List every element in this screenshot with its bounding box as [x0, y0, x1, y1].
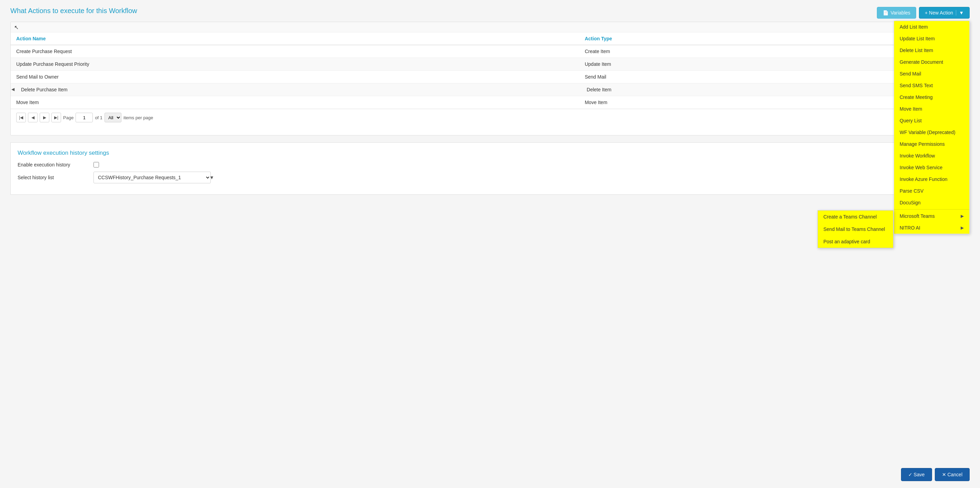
per-page-label: items per page: [124, 115, 153, 120]
menu-item-delete-list-item[interactable]: Delete List Item: [894, 44, 969, 56]
cell-action-name: Send Mail to Owner: [16, 74, 585, 79]
menu-item-send-sms-text[interactable]: Send SMS Text: [894, 79, 969, 91]
history-section-title: Workflow execution history settings: [18, 150, 963, 157]
menu-item-create-meeting[interactable]: Create Meeting: [894, 91, 969, 103]
drag-drop-note: Note: You can drag-drop actions: [11, 126, 969, 135]
cell-action-name: Update Purchase Request Priority: [16, 61, 585, 67]
dropdown-arrow-icon: ▼: [956, 10, 964, 16]
new-action-button[interactable]: + New Action ▼: [919, 7, 970, 19]
select-history-row: Select history list CCSWFHistory_Purchas…: [18, 172, 963, 183]
table-header: Action Name Action Type: [11, 32, 969, 45]
submenu-arrow-icon: ▶: [961, 214, 964, 219]
enable-history-checkbox[interactable]: [94, 162, 99, 168]
cell-action-name: Create Purchase Request: [16, 49, 585, 54]
menu-item-generate-document[interactable]: Generate Document: [894, 56, 969, 68]
save-button[interactable]: ✓ Save: [901, 468, 932, 481]
page-label: Page: [63, 115, 73, 120]
bottom-buttons: ✓ Save ✕ Cancel: [901, 468, 970, 481]
table-row[interactable]: Move Item Move Item: [11, 96, 969, 109]
menu-item-microsoft-teams[interactable]: Microsoft Teams ▶ Create a Teams Channel…: [894, 210, 969, 222]
menu-item-update-list-item[interactable]: Update List Item: [894, 33, 969, 44]
enable-history-row: Enable execution history: [18, 162, 963, 168]
per-page-select[interactable]: All 10 25 50: [105, 113, 121, 122]
next-page-button[interactable]: ▶: [40, 113, 49, 122]
of-label: of 1: [95, 115, 102, 120]
enable-history-label: Enable execution history: [18, 162, 87, 168]
actions-table-container: ↖ Action Name Action Type Create Purchas…: [10, 22, 970, 135]
cell-action-name: Move Item: [16, 100, 585, 105]
pagination-row: |◀ ◀ ▶ ▶| Page of 1 All 10 25 50 items p…: [11, 109, 969, 126]
menu-item-invoke-azure-function[interactable]: Invoke Azure Function: [894, 173, 969, 185]
select-history-label: Select history list: [18, 175, 87, 180]
menu-item-send-mail[interactable]: Send Mail: [894, 68, 969, 79]
first-page-button[interactable]: |◀: [16, 113, 26, 122]
nitro-ai-submenu-arrow-icon: ▶: [961, 225, 964, 230]
menu-item-invoke-workflow[interactable]: Invoke Workflow: [894, 150, 969, 162]
menu-item-move-item[interactable]: Move Item: [894, 103, 969, 115]
drag-indicator-icon: ◀: [11, 87, 14, 92]
cursor-icon: ↖: [14, 24, 19, 31]
variables-button[interactable]: 📄 Variables: [877, 7, 916, 19]
menu-item-add-list-item[interactable]: Add List Item: [894, 21, 969, 33]
history-list-select[interactable]: CCSWFHistory_Purchase Requests_1: [94, 172, 211, 183]
menu-item-query-list[interactable]: Query List: [894, 115, 969, 127]
table-row[interactable]: Send Mail to Owner Send Mail: [11, 71, 969, 83]
menu-item-wf-variable[interactable]: WF Variable (Deprecated): [894, 127, 969, 138]
table-row[interactable]: Create Purchase Request Create Item: [11, 45, 969, 58]
cancel-button[interactable]: ✕ Cancel: [935, 468, 970, 481]
cell-action-name: Delete Purchase Item: [16, 87, 587, 92]
new-action-dropdown: Add List Item Update List Item Delete Li…: [894, 21, 970, 234]
menu-item-parse-csv[interactable]: Parse CSV: [894, 185, 969, 197]
toolbar: 📄 Variables + New Action ▼: [877, 7, 970, 19]
new-action-label: + New Action: [925, 10, 953, 16]
microsoft-teams-submenu: Create a Teams Channel Send Mail to Team…: [818, 210, 893, 248]
page-input[interactable]: [76, 113, 93, 122]
col-header-action-name: Action Name: [16, 36, 585, 41]
submenu-post-adaptive-card[interactable]: Post an adaptive card: [818, 235, 893, 248]
menu-item-docusign[interactable]: DocuSign: [894, 197, 969, 209]
submenu-send-mail-teams[interactable]: Send Mail to Teams Channel: [818, 223, 893, 235]
table-row[interactable]: Update Purchase Request Priority Update …: [11, 58, 969, 71]
last-page-button[interactable]: ▶|: [51, 113, 61, 122]
variables-icon: 📄: [883, 10, 889, 16]
prev-page-button[interactable]: ◀: [28, 113, 38, 122]
table-row[interactable]: ◀ Delete Purchase Item Delete Item: [11, 83, 969, 96]
variables-label: Variables: [891, 10, 910, 16]
history-section: Workflow execution history settings Enab…: [10, 142, 970, 195]
menu-item-manage-permissions[interactable]: Manage Permissions: [894, 138, 969, 150]
page-title: What Actions to execute for this Workflo…: [10, 7, 970, 15]
divider: [894, 209, 969, 209]
menu-item-nitro-ai[interactable]: NITRO AI ▶: [894, 222, 969, 234]
menu-item-invoke-web-service[interactable]: Invoke Web Service: [894, 162, 969, 173]
submenu-create-teams-channel[interactable]: Create a Teams Channel: [818, 211, 893, 223]
